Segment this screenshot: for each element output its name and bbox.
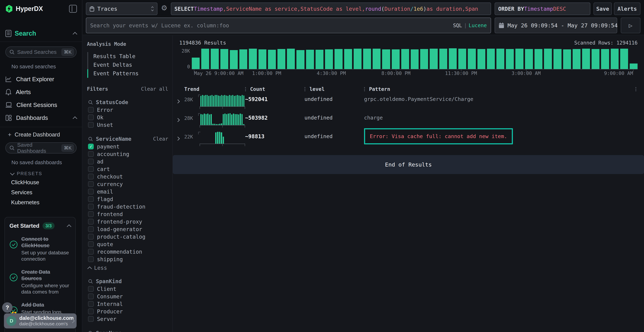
- highlighted-error-pattern[interactable]: Error: Visa cache full: cannot add new i…: [364, 128, 513, 144]
- histogram-bar[interactable]: [268, 50, 276, 69]
- histogram-bar[interactable]: [496, 49, 504, 69]
- histogram-bar[interactable]: [563, 49, 571, 69]
- histogram-bar[interactable]: [287, 49, 295, 69]
- drag-handle-icon[interactable]: [245, 86, 246, 92]
- sidebar-item-client-sessions[interactable]: Client Sessions: [0, 98, 82, 112]
- histogram-bar[interactable]: [582, 49, 590, 69]
- histogram-bar[interactable]: [420, 49, 428, 69]
- filter-option-error[interactable]: Error: [83, 106, 172, 114]
- help-button[interactable]: ?: [2, 302, 12, 313]
- histogram-bar[interactable]: [306, 50, 314, 69]
- column-header-level[interactable]: level: [304, 86, 364, 92]
- drag-handle-icon[interactable]: [364, 86, 365, 92]
- sidebar-item-dashboards[interactable]: Dashboards: [0, 112, 82, 124]
- filter-option-currency[interactable]: currency: [83, 180, 172, 188]
- histogram-bar[interactable]: [506, 49, 514, 69]
- table-row[interactable]: 28K ~592041 undefined grpc.oteldemo.Paym…: [173, 92, 644, 111]
- filter-option-checkout[interactable]: checkout: [83, 173, 172, 180]
- checkbox[interactable]: [88, 204, 94, 210]
- checkbox[interactable]: ✓: [88, 144, 94, 149]
- checkbox[interactable]: [88, 256, 94, 262]
- checkbox[interactable]: [88, 226, 94, 232]
- preset-clickhouse[interactable]: ClickHouse: [0, 178, 82, 188]
- chevron-right-icon[interactable]: [177, 136, 180, 141]
- histogram-bar[interactable]: [487, 49, 495, 69]
- histogram-bar[interactable]: [630, 64, 638, 69]
- table-menu-icon[interactable]: [636, 86, 644, 92]
- sql-select-editor[interactable]: SELECT Timestamp, ServiceName as service…: [171, 2, 491, 15]
- histogram-bar[interactable]: [611, 49, 618, 69]
- checkbox[interactable]: [88, 316, 94, 322]
- histogram-bar[interactable]: [192, 58, 200, 69]
- checkbox[interactable]: [88, 166, 94, 172]
- sql-mode-toggle[interactable]: SQL: [453, 22, 462, 28]
- analysis-mode-results-table[interactable]: Results Table: [87, 52, 172, 61]
- histogram-bar[interactable]: [354, 49, 362, 69]
- checkbox[interactable]: [88, 234, 94, 240]
- checkbox[interactable]: [88, 159, 94, 164]
- checkbox[interactable]: [88, 219, 94, 224]
- histogram-bar[interactable]: [601, 49, 609, 69]
- histogram-bar[interactable]: [468, 49, 476, 69]
- histogram-bar[interactable]: [458, 49, 466, 69]
- table-row[interactable]: 22K ~98813 undefined Error: Visa cache f…: [173, 129, 644, 148]
- histogram-bar[interactable]: [249, 49, 257, 69]
- checkbox[interactable]: [88, 151, 94, 157]
- histogram-bar[interactable]: [363, 49, 371, 69]
- histogram-bar[interactable]: [325, 49, 333, 69]
- analysis-mode-event-deltas[interactable]: Event Deltas: [87, 61, 172, 69]
- histogram-bar[interactable]: [211, 49, 218, 69]
- filter-option-frontend-proxy[interactable]: frontend-proxy: [83, 218, 172, 226]
- alerts-button[interactable]: Alerts: [614, 2, 640, 15]
- filter-option-server[interactable]: Server: [83, 315, 172, 323]
- filter-option-flagd[interactable]: flagd: [83, 195, 172, 203]
- preset-services[interactable]: Services: [0, 188, 82, 198]
- histogram-bar[interactable]: [334, 49, 342, 69]
- source-settings-gear-icon[interactable]: ⚙: [161, 4, 168, 12]
- checkbox[interactable]: [88, 107, 94, 113]
- pattern-cell[interactable]: Error: Visa cache full: cannot add new i…: [364, 129, 636, 144]
- run-query-button[interactable]: ▷: [621, 18, 640, 33]
- chevron-up-icon[interactable]: [73, 116, 77, 121]
- checkbox[interactable]: [88, 294, 94, 299]
- presets-toggle[interactable]: PRESETS: [11, 171, 82, 176]
- search-input[interactable]: Search your events w/ Lucene ex. column:…: [86, 18, 491, 33]
- histogram-bar[interactable]: [572, 49, 580, 69]
- histogram-bar[interactable]: [258, 49, 266, 69]
- histogram-bar[interactable]: [544, 49, 552, 69]
- filter-option-frontend[interactable]: frontend: [83, 210, 172, 218]
- filter-option-ok[interactable]: Ok: [83, 114, 172, 121]
- save-button[interactable]: Save: [594, 2, 612, 15]
- filter-option-product-catalog[interactable]: product-catalog: [83, 233, 172, 240]
- pattern-cell[interactable]: charge: [364, 111, 636, 121]
- table-row[interactable]: 28K ~503982 undefined charge: [173, 111, 644, 129]
- histogram-bar[interactable]: [220, 49, 228, 69]
- filter-option-shipping[interactable]: shipping: [83, 256, 172, 263]
- filter-option-email[interactable]: email: [83, 188, 172, 195]
- get-started-step[interactable]: Create Data Sources Configure where your…: [10, 269, 71, 295]
- filter-option-quote[interactable]: quote: [83, 240, 172, 248]
- chevron-right-icon[interactable]: [177, 118, 180, 122]
- filter-option-internal[interactable]: Internal: [83, 300, 172, 308]
- show-less-link[interactable]: Less: [88, 265, 172, 271]
- filter-option-accounting[interactable]: accounting: [83, 150, 172, 158]
- checkbox[interactable]: [88, 308, 94, 314]
- chevron-up-icon[interactable]: [67, 224, 71, 229]
- order-by-editor[interactable]: ORDER BY Timestamp DESC: [495, 2, 590, 15]
- chevron-right-icon[interactable]: [177, 99, 180, 104]
- checkbox[interactable]: [88, 122, 94, 128]
- create-dashboard-button[interactable]: + Create Dashboard: [0, 127, 82, 139]
- histogram-bar[interactable]: [525, 49, 533, 69]
- checkbox[interactable]: [88, 114, 94, 120]
- histogram-bar[interactable]: [392, 49, 400, 69]
- histogram-bar[interactable]: [516, 49, 523, 69]
- histogram-bar[interactable]: [534, 49, 542, 69]
- filter-group-clear-link[interactable]: Clear: [153, 136, 168, 142]
- filter-option-producer[interactable]: Producer: [83, 308, 172, 315]
- checkbox[interactable]: [88, 301, 94, 307]
- histogram-bar[interactable]: [230, 50, 238, 69]
- filter-option-recommendation[interactable]: recommendation: [83, 248, 172, 256]
- histogram-bar[interactable]: [430, 49, 438, 69]
- filter-option-cart[interactable]: cart: [83, 165, 172, 173]
- histogram-bar[interactable]: [344, 49, 352, 69]
